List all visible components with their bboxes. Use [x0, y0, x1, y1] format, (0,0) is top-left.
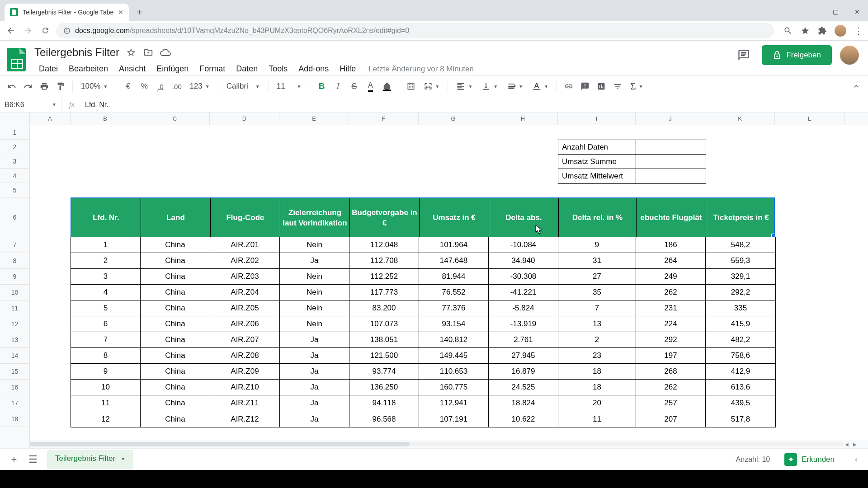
- table-cell[interactable]: 112.941: [419, 395, 489, 411]
- table-cell[interactable]: AIR.Z06: [210, 316, 280, 332]
- table-cell[interactable]: -5.824: [489, 300, 558, 316]
- col-header-G[interactable]: G: [419, 113, 488, 125]
- table-cell[interactable]: 197: [636, 348, 706, 364]
- table-cell[interactable]: 31: [558, 253, 636, 269]
- table-header[interactable]: Delta rel. in %: [559, 198, 637, 238]
- inc-decimal-button[interactable]: .00→: [170, 79, 184, 94]
- row-header-12[interactable]: 12: [0, 316, 29, 332]
- explore-button[interactable]: ✦ Erkunden: [778, 453, 841, 466]
- table-cell[interactable]: 16.879: [489, 364, 558, 380]
- summary-label[interactable]: Anzahl Daten: [558, 140, 636, 154]
- table-cell[interactable]: Nein: [280, 316, 349, 332]
- table-cell[interactable]: 107.191: [419, 411, 489, 427]
- table-cell[interactable]: 24.525: [489, 380, 558, 395]
- table-cell[interactable]: 207: [636, 411, 706, 427]
- last-edit-link[interactable]: Letzte Änderung vor 8 Minuten: [368, 65, 473, 74]
- col-header-A[interactable]: A: [30, 113, 71, 125]
- table-cell[interactable]: 101.964: [419, 237, 489, 253]
- table-cell[interactable]: 482,2: [706, 332, 775, 348]
- row-header-10[interactable]: 10: [0, 285, 29, 300]
- table-header[interactable]: Budgetvorgabe in €: [350, 198, 420, 238]
- table-cell[interactable]: 2: [71, 253, 141, 269]
- new-tab-button[interactable]: +: [132, 5, 146, 19]
- table-cell[interactable]: 18: [558, 364, 636, 380]
- sheet-menu-icon[interactable]: ▼: [121, 456, 125, 461]
- table-cell[interactable]: Nein: [280, 300, 349, 316]
- table-cell[interactable]: Nein: [280, 285, 349, 300]
- table-header[interactable]: Umsatz in €: [420, 198, 489, 238]
- table-cell[interactable]: 412,9: [706, 364, 775, 380]
- col-header-D[interactable]: D: [210, 113, 279, 125]
- table-cell[interactable]: 147.648: [419, 253, 489, 269]
- filter-button[interactable]: [610, 79, 625, 94]
- table-cell[interactable]: -30.308: [489, 269, 558, 285]
- table-cell[interactable]: 2: [558, 332, 636, 348]
- menu-einfuegen[interactable]: Einfügen: [152, 62, 193, 75]
- table-cell[interactable]: 268: [636, 364, 706, 380]
- table-cell[interactable]: 231: [636, 300, 706, 316]
- row-header-5[interactable]: 5: [0, 183, 29, 197]
- horizontal-scrollbar[interactable]: [30, 440, 850, 448]
- table-cell[interactable]: 262: [636, 380, 706, 395]
- table-cell[interactable]: AIR.Z09: [210, 364, 280, 380]
- table-cell[interactable]: AIR.Z02: [210, 253, 280, 269]
- currency-button[interactable]: €: [121, 79, 135, 94]
- move-icon[interactable]: [143, 47, 154, 58]
- doc-title[interactable]: Teilergebnis Filter: [34, 46, 119, 59]
- table-cell[interactable]: 13: [558, 316, 636, 332]
- add-sheet-button[interactable]: +: [5, 450, 24, 469]
- table-cell[interactable]: 112.708: [349, 253, 419, 269]
- table-cell[interactable]: 136.250: [349, 380, 419, 395]
- table-cell[interactable]: China: [141, 316, 210, 332]
- table-cell[interactable]: AIR.Z08: [210, 348, 280, 364]
- col-header-J[interactable]: J: [636, 113, 705, 125]
- table-cell[interactable]: AIR.Z01: [210, 237, 280, 253]
- table-cell[interactable]: 27.945: [489, 348, 558, 364]
- table-cell[interactable]: 8: [71, 348, 141, 364]
- close-window-button[interactable]: ✕: [846, 4, 868, 19]
- table-cell[interactable]: 264: [636, 253, 706, 269]
- merge-button[interactable]: ▼: [420, 82, 443, 91]
- table-cell[interactable]: 292: [636, 332, 706, 348]
- table-cell[interactable]: 76.552: [419, 285, 489, 300]
- col-header-C[interactable]: C: [140, 113, 210, 125]
- table-cell[interactable]: 249: [636, 269, 706, 285]
- zoom-icon[interactable]: [783, 26, 793, 36]
- bold-button[interactable]: B: [315, 79, 329, 94]
- table-cell[interactable]: AIR.Z04: [210, 285, 280, 300]
- menu-daten[interactable]: Daten: [231, 62, 262, 75]
- site-info-icon[interactable]: [63, 27, 71, 34]
- table-cell[interactable]: 415,9: [706, 316, 775, 332]
- valign-button[interactable]: ▼: [478, 82, 501, 91]
- table-cell[interactable]: China: [141, 253, 210, 269]
- print-button[interactable]: [37, 79, 52, 94]
- table-cell[interactable]: 9: [71, 364, 141, 380]
- halign-button[interactable]: ▼: [453, 82, 476, 91]
- table-cell[interactable]: 11: [558, 411, 636, 427]
- row-header-7[interactable]: 7: [0, 237, 29, 253]
- sheet-tab[interactable]: Teilergebnis Filter ▼: [47, 450, 133, 469]
- table-cell[interactable]: 7: [558, 300, 636, 316]
- dec-decimal-button[interactable]: .0←: [153, 79, 168, 94]
- borders-button[interactable]: [404, 79, 418, 94]
- zoom-select[interactable]: 100%▼: [77, 82, 111, 91]
- table-cell[interactable]: 224: [636, 316, 706, 332]
- table-cell[interactable]: China: [141, 380, 210, 395]
- table-cell[interactable]: 117.773: [349, 285, 419, 300]
- strike-button[interactable]: S: [347, 79, 362, 94]
- table-cell[interactable]: Ja: [280, 332, 349, 348]
- table-cell[interactable]: 18: [558, 380, 636, 395]
- table-cell[interactable]: Ja: [280, 364, 349, 380]
- table-cell[interactable]: 140.812: [419, 332, 489, 348]
- menu-ansicht[interactable]: Ansicht: [114, 62, 150, 75]
- table-cell[interactable]: Ja: [280, 395, 349, 411]
- cloud-status-icon[interactable]: [160, 47, 171, 58]
- col-header-E[interactable]: E: [279, 113, 349, 125]
- table-cell[interactable]: 81.944: [419, 269, 489, 285]
- table-cell[interactable]: China: [141, 411, 210, 427]
- table-header[interactable]: Delta abs.: [489, 198, 559, 238]
- table-cell[interactable]: 110.653: [419, 364, 489, 380]
- close-tab-icon[interactable]: ✕: [118, 9, 123, 16]
- summary-value[interactable]: [636, 169, 706, 183]
- table-cell[interactable]: China: [141, 364, 210, 380]
